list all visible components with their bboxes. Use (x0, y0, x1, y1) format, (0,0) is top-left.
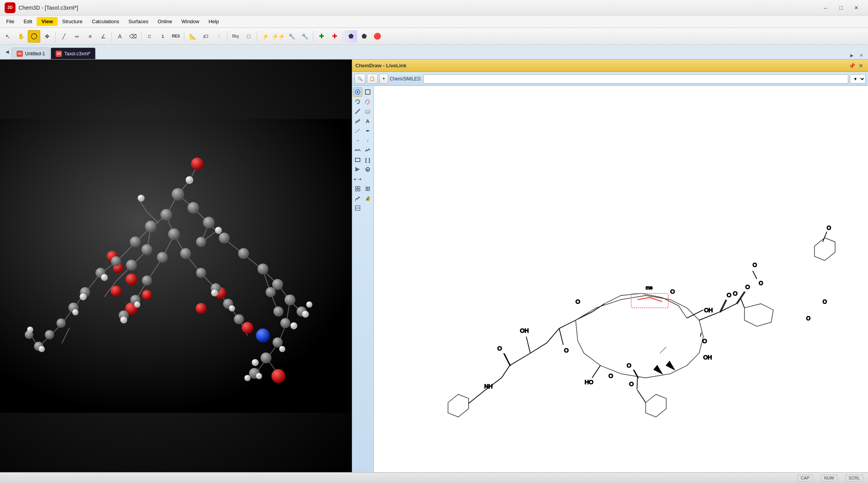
tool-text[interactable]: A (114, 30, 126, 43)
chemdraw-close-btn[interactable]: ✕ (857, 62, 865, 70)
cd-tool-dbl-bond[interactable] (353, 116, 362, 126)
tool-select[interactable]: ↖ (2, 30, 14, 43)
cd-tool-row-10: A→A (353, 174, 373, 184)
svg-point-66 (203, 217, 215, 229)
tool-render2[interactable]: ⬟ (358, 30, 370, 43)
cd-tb-sparkle[interactable]: ✦ (379, 74, 388, 84)
cd-tool-eraser-cd[interactable]: ⌫ (363, 107, 372, 116)
tool-measure[interactable]: 📐 (186, 30, 199, 43)
menu-view[interactable]: View (37, 17, 57, 26)
svg-point-83 (285, 295, 295, 306)
tool-render[interactable]: ⬟ (345, 30, 357, 43)
tab-close-btn[interactable]: ✕ (857, 51, 865, 59)
tool-bond-type[interactable]: ⚡ (259, 30, 271, 43)
cd-tb-search[interactable]: 🔍 (355, 74, 365, 84)
chemdraw-pin-btn[interactable]: 📌 (848, 62, 856, 70)
cd-tool-rect-cd[interactable] (353, 155, 362, 164)
toolbar-separator-2 (111, 31, 112, 42)
chemdraw-toolbar: 🔍 📋 ✦ Chem/SMILES: ▼ (352, 72, 868, 86)
cd-smiles-dropdown[interactable]: ▼ (850, 74, 866, 84)
tool-display[interactable]: 🔧 (298, 30, 311, 43)
cd-tool-lasso-sub[interactable] (363, 97, 372, 106)
tool-pan[interactable]: ✋ (15, 30, 27, 43)
o-small-ring: O (733, 290, 738, 297)
svg-point-60 (271, 369, 285, 383)
cd-tool-extra1[interactable] (353, 203, 362, 213)
tool-bond-style[interactable]: ⚡⚡ (272, 30, 285, 43)
menu-calculations[interactable]: Calculations (87, 17, 124, 26)
cd-smiles-input[interactable] (423, 74, 848, 84)
tool-add-atom[interactable]: ✚ (315, 30, 327, 43)
tool-atom[interactable]: C (143, 30, 156, 43)
cd-tool-pen[interactable]: ✒ (363, 126, 372, 135)
cd-tool-arrows[interactable]: → (353, 136, 362, 145)
tab-nav-prev[interactable]: ◀ (3, 45, 11, 59)
menu-file[interactable]: File (2, 17, 19, 26)
cd-tool-text-cd[interactable]: A (363, 116, 372, 126)
tool-triple-line[interactable]: ≡ (84, 30, 96, 43)
svg-rect-134 (358, 186, 360, 188)
tool-angle[interactable]: ∠ (97, 30, 109, 43)
chemdraw-canvas[interactable]: NH OH O (374, 86, 868, 472)
cd-tool-wedge[interactable] (353, 165, 362, 174)
cd-tool-row-9: ⊕ (353, 165, 373, 174)
tool-box[interactable]: □ (242, 30, 255, 43)
cd-tool-ring-plus[interactable]: ⊕ (363, 165, 372, 174)
tool-eraser[interactable]: ⌫ (127, 30, 139, 43)
tool-atoms-disp[interactable]: 🔧 (285, 30, 298, 43)
cd-tool-dashes[interactable] (353, 126, 362, 135)
menu-window[interactable]: Window (177, 17, 204, 26)
tool-remove-atom[interactable]: ✚ (328, 30, 341, 43)
tool-color[interactable]: ⋮ (213, 30, 225, 43)
menu-edit[interactable]: Edit (19, 17, 37, 26)
cd-tool-dots-grid[interactable] (363, 184, 372, 193)
cd-tool-arrow-dn[interactable]: ↓ (363, 136, 372, 145)
svg-point-142 (369, 188, 370, 189)
cd-tool-rect-select[interactable] (363, 87, 372, 97)
menu-surfaces[interactable]: Surfaces (124, 17, 153, 26)
svg-point-112 (252, 359, 259, 366)
viewport-3d[interactable] (0, 60, 352, 472)
svg-marker-130 (355, 167, 360, 172)
svg-point-117 (39, 346, 45, 352)
maximize-button[interactable]: □ (834, 2, 848, 13)
chemdraw-body: ⌫ A ✒ → ↓ (352, 86, 868, 472)
cd-tool-row-6: → ↓ (353, 136, 373, 145)
menu-help[interactable]: Help (204, 17, 223, 26)
tool-residue[interactable]: RES (170, 30, 182, 43)
tool-number[interactable]: 1 (157, 30, 169, 43)
svg-line-123 (355, 109, 360, 114)
cd-tool-wavy[interactable] (353, 145, 362, 155)
cd-tb-clipboard[interactable]: 📋 (367, 74, 378, 84)
cd-tool-graph[interactable] (353, 194, 362, 203)
cd-tool-chair[interactable] (363, 145, 372, 155)
tool-label[interactable]: 🏷 (200, 30, 212, 43)
cd-tool-bracket[interactable]: [ ] (363, 155, 372, 164)
menu-structure[interactable]: Structure (58, 17, 87, 26)
tool-color2[interactable]: 🔴 (371, 30, 384, 43)
cd-tool-row-8: [ ] (353, 155, 373, 164)
cd-tool-bond[interactable] (353, 107, 362, 116)
tool-double-line[interactable]: ═ (71, 30, 83, 43)
cd-tool-rotate3d[interactable] (353, 97, 362, 106)
cd-tool-stamp[interactable]: 🔏 (363, 194, 372, 203)
cd-tool-grid[interactable] (353, 184, 362, 193)
svg-point-93 (273, 338, 283, 348)
cd-tool-lasso[interactable] (353, 87, 362, 97)
tool-bg[interactable]: Bkg (229, 30, 242, 43)
menu-online[interactable]: Online (153, 17, 177, 26)
tab-taxol[interactable]: 3D Taxol.c3xml* (51, 48, 95, 59)
tool-line[interactable]: ╱ (58, 30, 70, 43)
title-bar: 3D Chem3D - [Taxol.c3xml*] – □ ✕ (0, 0, 868, 15)
tab-pin-btn[interactable]: ▶ (848, 51, 856, 59)
tool-rotate[interactable] (28, 30, 40, 43)
minimize-button[interactable]: – (819, 2, 832, 13)
close-button[interactable]: ✕ (849, 2, 863, 13)
tab-untitled[interactable]: 3D Untitled-1 (12, 48, 50, 59)
cd-tool-text-resize[interactable]: A→A (353, 174, 362, 184)
title-bar-left: 3D Chem3D - [Taxol.c3xml*] (5, 2, 78, 13)
tool-transform[interactable]: ✥ (41, 30, 53, 43)
svg-point-69 (157, 252, 168, 263)
tab-label-taxol: Taxol.c3xml* (64, 51, 90, 56)
o-top-right-1: O (827, 225, 831, 231)
